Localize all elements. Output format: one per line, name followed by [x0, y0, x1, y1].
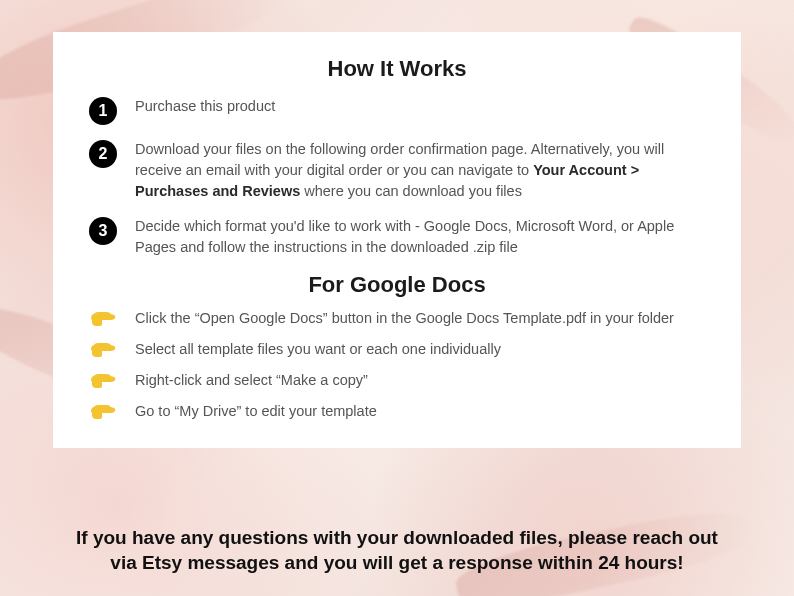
footer-line-2: via Etsy messages and you will get a res…	[110, 552, 683, 573]
footer-note: If you have any questions with your down…	[0, 525, 794, 576]
step-text-post: where you can download you files	[300, 183, 522, 199]
how-it-works-title: How It Works	[89, 56, 705, 82]
svg-point-3	[109, 408, 115, 413]
step-number-badge: 1	[89, 97, 117, 125]
step-text: Decide which format you'd like to work w…	[135, 216, 705, 258]
step-number-badge: 2	[89, 140, 117, 168]
gdocs-step-row: Go to “My Drive” to edit your template	[89, 401, 705, 422]
svg-point-2	[109, 377, 115, 382]
step-number-badge: 3	[89, 217, 117, 245]
gdocs-step-row: Right-click and select “Make a copy”	[89, 370, 705, 391]
gdocs-step-text: Go to “My Drive” to edit your template	[135, 401, 705, 422]
step-text: Purchase this product	[135, 96, 705, 117]
pointing-hand-icon	[89, 399, 117, 421]
gdocs-step-text: Click the “Open Google Docs” button in t…	[135, 308, 705, 329]
pointing-hand-icon	[89, 337, 117, 359]
gdocs-step-text: Select all template files you want or ea…	[135, 339, 705, 360]
instructions-card: How It Works 1 Purchase this product 2 D…	[53, 32, 741, 448]
svg-point-1	[109, 346, 115, 351]
svg-point-0	[109, 315, 115, 320]
gdocs-step-row: Click the “Open Google Docs” button in t…	[89, 308, 705, 329]
step-row-1: 1 Purchase this product	[89, 96, 705, 125]
step-text: Download your files on the following ord…	[135, 139, 705, 202]
footer-line-1: If you have any questions with your down…	[76, 527, 718, 548]
gdocs-step-text: Right-click and select “Make a copy”	[135, 370, 705, 391]
step-row-3: 3 Decide which format you'd like to work…	[89, 216, 705, 258]
google-docs-title: For Google Docs	[89, 272, 705, 298]
gdocs-step-row: Select all template files you want or ea…	[89, 339, 705, 360]
step-row-2: 2 Download your files on the following o…	[89, 139, 705, 202]
pointing-hand-icon	[89, 368, 117, 390]
pointing-hand-icon	[89, 306, 117, 328]
